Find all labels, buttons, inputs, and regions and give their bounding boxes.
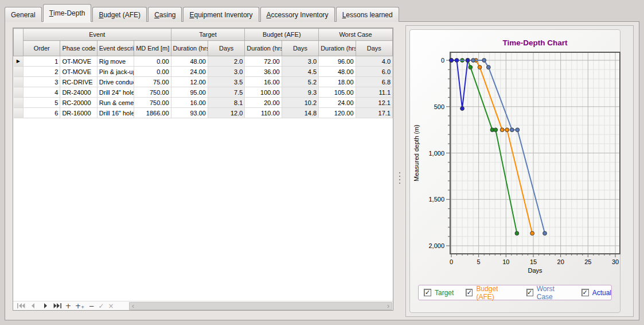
row-indicator[interactable] <box>14 87 24 98</box>
cell-t_days[interactable]: 3.0 <box>208 67 244 77</box>
column-header-0[interactable]: Order <box>24 41 60 56</box>
tab-casing[interactable]: Casing <box>148 7 182 22</box>
column-header-7[interactable]: Days <box>282 41 318 56</box>
row-indicator[interactable] <box>14 108 24 118</box>
cell-w_days[interactable]: 12.1 <box>356 98 392 108</box>
current-row-indicator[interactable]: ▶ <box>14 56 24 67</box>
column-header-6[interactable]: Duration (hrs) <box>245 41 282 56</box>
append-record-button[interactable]: +₊ <box>75 302 84 310</box>
cell-w_dur[interactable]: 48.00 <box>319 67 356 77</box>
cell-t_days[interactable]: 12.0 <box>208 108 244 118</box>
cell-t_dur[interactable]: 95.00 <box>171 87 208 98</box>
cell-t_days[interactable]: 8.1 <box>208 98 244 108</box>
cell-b_dur[interactable]: 36.00 <box>245 67 282 77</box>
cell-t_dur[interactable]: 93.00 <box>171 108 208 118</box>
cell-phase[interactable]: OT-MOVE <box>60 56 97 67</box>
cell-order[interactable]: 5 <box>24 98 60 108</box>
cell-t_dur[interactable]: 16.00 <box>171 98 208 108</box>
cell-w_days[interactable]: 17.1 <box>356 108 392 118</box>
cell-desc[interactable]: Rig move <box>97 56 134 67</box>
cell-w_days[interactable]: 6.0 <box>356 67 392 77</box>
next-record-button[interactable] <box>41 302 49 310</box>
cell-desc[interactable]: Drive conductor <box>97 77 134 87</box>
tab-equipment-inventory[interactable]: Equipment Inventory <box>183 7 259 22</box>
tab-time-depth[interactable]: Time-Depth <box>43 4 92 22</box>
cell-b_days[interactable]: 9.3 <box>282 87 318 98</box>
cell-md[interactable]: 75.00 <box>134 77 171 87</box>
row-indicator[interactable] <box>14 98 24 108</box>
cell-md[interactable]: 750.00 <box>134 98 171 108</box>
cell-b_days[interactable]: 14.8 <box>282 108 318 118</box>
post-edit-button[interactable]: ✓ <box>99 302 104 310</box>
column-header-8[interactable]: Duration (hrs) <box>319 41 356 56</box>
horizontal-scrollbar[interactable]: ‹ › <box>129 302 392 310</box>
cell-b_days[interactable]: 5.2 <box>282 77 318 87</box>
column-header-1[interactable]: Phase code <box>60 41 97 56</box>
cell-w_days[interactable]: 11.1 <box>356 87 392 98</box>
cell-phase[interactable]: RC-20000 <box>60 98 97 108</box>
insert-record-button[interactable]: + <box>65 302 71 310</box>
cell-md[interactable]: 1866.00 <box>134 108 171 118</box>
column-header-4[interactable]: Duration (hrs) <box>171 41 208 56</box>
column-header-2[interactable]: Event description <box>97 41 134 56</box>
tab-accessory-inventory[interactable]: Accessory Inventory <box>260 7 335 22</box>
cell-desc[interactable]: Drill 16" hole section <box>97 108 134 118</box>
cell-order[interactable]: 4 <box>24 87 60 98</box>
cell-w_days[interactable]: 6.8 <box>356 77 392 87</box>
legend-checkbox[interactable]: ✓ <box>424 289 431 296</box>
cell-b_dur[interactable]: 20.00 <box>245 98 282 108</box>
cell-w_days[interactable]: 4.0 <box>356 56 392 67</box>
first-record-button[interactable] <box>17 302 25 310</box>
panel-splitter[interactable] <box>397 160 402 196</box>
band-header-target[interactable]: Target <box>171 29 245 41</box>
band-header-budget-afe-[interactable]: Budget (AFE) <box>245 29 319 41</box>
cell-md[interactable]: 0.00 <box>134 56 171 67</box>
last-record-button[interactable] <box>53 302 61 310</box>
scroll-right-icon[interactable]: › <box>387 302 389 310</box>
cell-w_dur[interactable]: 96.00 <box>319 56 356 67</box>
cell-b_dur[interactable]: 110.00 <box>245 108 282 118</box>
cell-t_days[interactable]: 2.0 <box>208 56 244 67</box>
tab-general[interactable]: General <box>5 7 42 22</box>
cell-w_dur[interactable]: 120.00 <box>319 108 356 118</box>
cell-order[interactable]: 3 <box>24 77 60 87</box>
legend-checkbox[interactable]: ✓ <box>466 289 473 296</box>
delete-record-button[interactable]: − <box>88 302 94 310</box>
cell-desc[interactable]: Drill 24" hole section <box>97 87 134 98</box>
cell-t_days[interactable]: 7.5 <box>208 87 244 98</box>
cell-b_days[interactable]: 10.2 <box>282 98 318 108</box>
column-header-5[interactable]: Days <box>208 41 244 56</box>
cell-b_days[interactable]: 3.0 <box>282 56 318 67</box>
legend-checkbox[interactable]: ✓ <box>526 289 533 296</box>
cell-b_dur[interactable]: 72.00 <box>245 56 282 67</box>
legend-checkbox[interactable]: ✓ <box>581 289 589 296</box>
band-header-worst-case[interactable]: Worst Case <box>319 29 393 41</box>
cell-w_dur[interactable]: 24.00 <box>319 98 356 108</box>
cell-phase[interactable]: DR-24000 <box>60 87 97 98</box>
prior-record-button[interactable] <box>29 302 37 310</box>
cell-order[interactable]: 1 <box>24 56 60 67</box>
cell-t_days[interactable]: 3.5 <box>208 77 244 87</box>
cell-b_dur[interactable]: 16.00 <box>245 77 282 87</box>
column-header-3[interactable]: MD End [m] <box>134 41 171 56</box>
row-indicator[interactable] <box>14 77 24 87</box>
cell-md[interactable]: 0.00 <box>134 67 171 77</box>
cell-phase[interactable]: RC-DRIVE <box>60 77 97 87</box>
cell-desc[interactable]: Pin & jack-up, prepare for operati <box>97 67 134 77</box>
cell-desc[interactable]: Run & cement 20" casing <box>97 98 134 108</box>
row-indicator[interactable] <box>14 67 24 77</box>
band-header-event[interactable]: Event <box>24 29 171 41</box>
cell-t_dur[interactable]: 48.00 <box>171 56 208 67</box>
cell-md[interactable]: 750.00 <box>134 87 171 98</box>
cell-t_dur[interactable]: 24.00 <box>171 67 208 77</box>
cell-b_dur[interactable]: 100.00 <box>245 87 282 98</box>
cell-w_dur[interactable]: 105.00 <box>319 87 356 98</box>
cell-t_dur[interactable]: 12.00 <box>171 77 208 87</box>
cell-w_dur[interactable]: 18.00 <box>319 77 356 87</box>
tab-budget-afe-[interactable]: Budget (AFE) <box>92 7 147 22</box>
column-header-9[interactable]: Days <box>356 41 392 56</box>
cell-b_days[interactable]: 4.5 <box>282 67 318 77</box>
tab-lessons-learned[interactable]: Lessons learned <box>336 7 399 22</box>
cell-order[interactable]: 6 <box>24 108 60 118</box>
cancel-edit-button[interactable]: × <box>108 302 114 310</box>
